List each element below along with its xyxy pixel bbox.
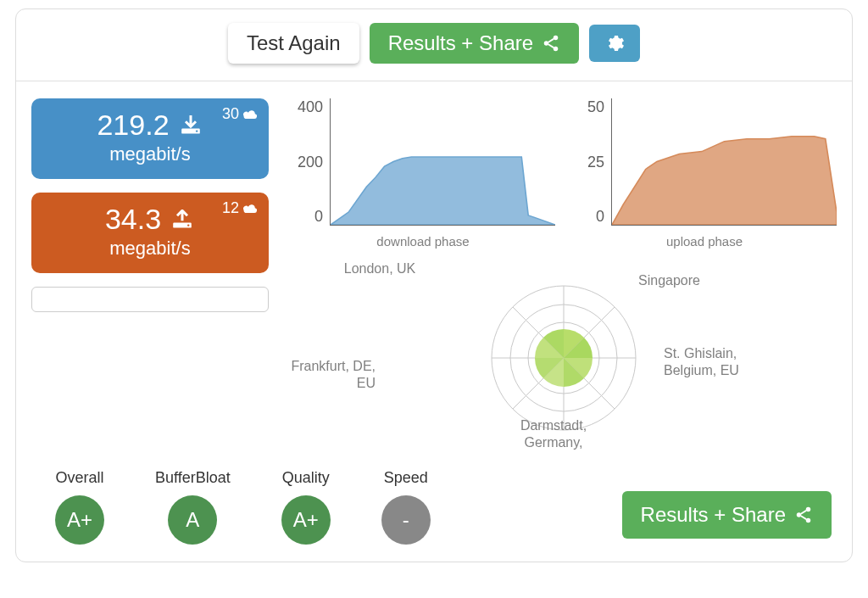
svg-point-4: [196, 130, 198, 131]
results-share-button-bottom[interactable]: Results + Share: [622, 491, 832, 539]
grade-quality-badge: A+: [281, 495, 331, 545]
svg-point-2: [554, 47, 559, 51]
radar-svg: [483, 277, 644, 439]
upload-value: 34.3: [105, 203, 161, 236]
share-icon: [794, 506, 813, 524]
svg-point-1: [544, 41, 549, 46]
cloud-icon: [242, 109, 259, 120]
upload-unit: megabit/s: [47, 238, 253, 260]
grade-speed-label: Speed: [381, 469, 431, 487]
results-share-bottom-label: Results + Share: [641, 503, 786, 527]
radar-label-singapore: Singapore: [638, 272, 732, 289]
grade-overall: Overall A+: [55, 469, 104, 545]
results-share-button[interactable]: Results + Share: [370, 23, 579, 64]
grade-speed-badge: -: [381, 495, 431, 545]
download-unit: megabit/s: [47, 143, 253, 165]
grades-row: Overall A+ BufferBloat A Quality A+ Spee…: [16, 455, 852, 545]
radar-label-london: London, UK: [342, 260, 418, 277]
gear-icon: [604, 33, 625, 53]
grade-overall-badge: A+: [55, 495, 104, 545]
download-icon: [178, 115, 203, 136]
results-share-label: Results + Share: [388, 31, 533, 55]
download-y-axis: 4002000: [291, 98, 330, 226]
upload-icon: [170, 210, 195, 230]
top-toolbar: Test Again Results + Share: [16, 9, 852, 81]
download-server-count: 30: [222, 105, 259, 123]
upload-chart-title: upload phase: [572, 234, 837, 249]
radar-chart: London, UK Singapore St. Ghislain, Belgi…: [291, 260, 837, 455]
svg-point-15: [806, 506, 811, 511]
download-chart: 4002000 download phase: [291, 98, 555, 249]
grade-bufferbloat-badge: A: [168, 495, 217, 545]
grade-quality: Quality A+: [281, 469, 331, 545]
svg-point-16: [797, 512, 802, 517]
download-chart-title: download phase: [291, 234, 555, 249]
cloud-icon: [242, 203, 259, 215]
download-chart-area: [331, 98, 555, 225]
download-value: 219.2: [97, 109, 169, 142]
left-column: 30 219.2 megabit/s 12 34.3 megab: [31, 98, 269, 455]
svg-point-0: [554, 36, 559, 41]
grade-overall-label: Overall: [55, 469, 104, 487]
svg-point-17: [806, 517, 811, 523]
grade-bufferbloat-label: BufferBloat: [155, 469, 231, 487]
radar-slices: [535, 329, 593, 387]
upload-server-number: 12: [222, 199, 239, 217]
share-icon: [542, 34, 560, 53]
upload-server-count: 12: [222, 199, 259, 217]
results-card: Test Again Results + Share 30 219.2 mega…: [15, 8, 853, 562]
radar-label-darmstadt: Darmstadt, Germany,: [503, 417, 604, 451]
download-stat: 30 219.2 megabit/s: [31, 98, 269, 179]
grade-bufferbloat: BufferBloat A: [155, 469, 231, 545]
upload-y-axis: 50250: [572, 98, 611, 226]
svg-point-6: [187, 224, 189, 226]
grade-quality-label: Quality: [281, 469, 331, 487]
radar-label-frankfurt: Frankfurt, DE, EU: [291, 358, 376, 392]
settings-button[interactable]: [589, 25, 640, 62]
upload-chart-area: [612, 98, 837, 225]
upload-stat: 12 34.3 megabit/s: [31, 193, 269, 273]
test-again-button[interactable]: Test Again: [228, 23, 359, 64]
right-column: 4002000 download phase 50250 upload phas…: [291, 98, 837, 455]
charts-row: 4002000 download phase 50250 upload phas…: [291, 98, 837, 249]
download-server-number: 30: [222, 105, 239, 123]
upload-chart: 50250 upload phase: [572, 98, 837, 249]
empty-stat-placeholder: [31, 287, 269, 312]
grade-speed: Speed -: [381, 469, 431, 545]
radar-label-ghislain: St. Ghislain, Belgium, EU: [664, 345, 740, 379]
